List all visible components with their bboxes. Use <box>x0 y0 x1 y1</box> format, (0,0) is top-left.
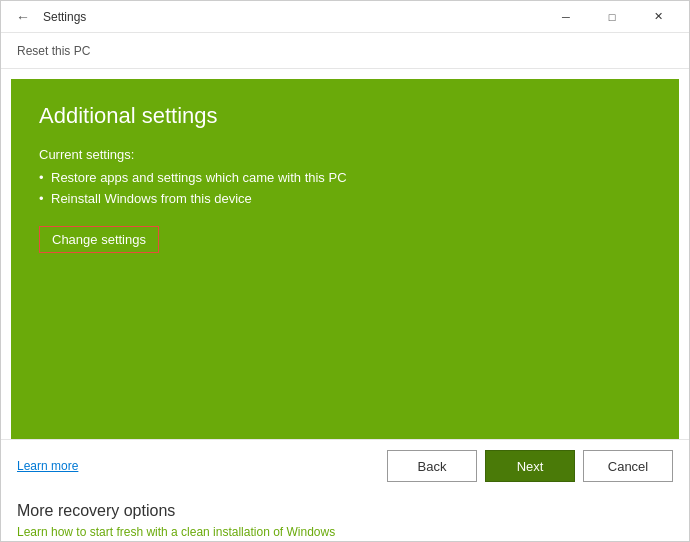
back-button[interactable]: ← <box>9 3 37 31</box>
close-icon: ✕ <box>654 10 663 23</box>
next-button[interactable]: Next <box>485 450 575 482</box>
breadcrumb: Reset this PC <box>1 33 689 69</box>
window-title: Settings <box>43 10 543 24</box>
additional-settings-card: Additional settings Current settings: Re… <box>11 79 679 439</box>
card-title: Additional settings <box>39 103 651 129</box>
maximize-button[interactable]: □ <box>589 1 635 33</box>
settings-window: ← Settings ─ □ ✕ Reset this PC Additiona… <box>0 0 690 542</box>
minimize-button[interactable]: ─ <box>543 1 589 33</box>
list-item: Reinstall Windows from this device <box>39 191 651 206</box>
recovery-link[interactable]: Learn how to start fresh with a clean in… <box>17 525 335 539</box>
minimize-icon: ─ <box>562 11 570 23</box>
back-action-button[interactable]: Back <box>387 450 477 482</box>
list-item: Restore apps and settings which came wit… <box>39 170 651 185</box>
learn-more-link[interactable]: Learn more <box>17 459 387 473</box>
window-controls: ─ □ ✕ <box>543 1 681 33</box>
action-bar: Learn more Back Next Cancel <box>1 439 689 492</box>
titlebar: ← Settings ─ □ ✕ <box>1 1 689 33</box>
close-button[interactable]: ✕ <box>635 1 681 33</box>
settings-list: Restore apps and settings which came wit… <box>39 170 651 206</box>
back-icon: ← <box>16 9 30 25</box>
current-settings-label: Current settings: <box>39 147 651 162</box>
main-content: Additional settings Current settings: Re… <box>1 69 689 541</box>
recovery-title: More recovery options <box>17 502 673 520</box>
recovery-section: More recovery options Learn how to start… <box>1 492 689 541</box>
breadcrumb-text: Reset this PC <box>17 44 90 58</box>
cancel-button[interactable]: Cancel <box>583 450 673 482</box>
maximize-icon: □ <box>609 11 616 23</box>
action-buttons: Back Next Cancel <box>387 450 673 482</box>
change-settings-button[interactable]: Change settings <box>39 226 159 253</box>
